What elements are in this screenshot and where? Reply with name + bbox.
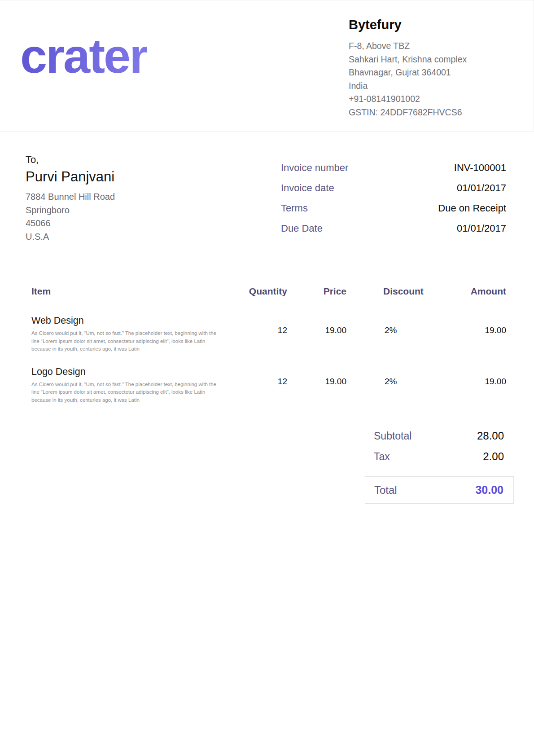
column-header-quantity: Quantity [236,286,287,297]
totals-section: Subtotal 28.00 Tax 2.00 Total 30.00 [365,430,514,504]
total-label: Total [374,484,397,497]
bill-to-address-line: U.S.A [26,230,115,244]
item-amount: 19.00 [434,314,506,353]
items-table: Item Quantity Price Discount Amount Web … [0,286,534,404]
item-cell: Logo Design As Cicero would put it, “Um,… [31,365,236,404]
terms-row: Terms Due on Receipt [281,202,506,223]
item-price: 19.00 [287,314,346,353]
company-address-line: F-8, Above TBZ [349,40,506,53]
subtotal-value: 28.00 [477,430,504,442]
invoice-page: crater Bytefury F-8, Above TBZ Sahkari H… [0,0,534,756]
terms-label: Terms [281,202,308,214]
invoice-meta: Invoice number INV-100001 Invoice date 0… [281,162,506,243]
company-info: Bytefury F-8, Above TBZ Sahkari Hart, Kr… [349,17,506,119]
column-header-discount: Discount [346,286,434,297]
invoice-number-label: Invoice number [281,162,348,174]
table-row: Web Design As Cicero would put it, “Um, … [31,314,506,353]
due-date-value: 01/01/2017 [457,223,506,234]
due-date-label: Due Date [281,223,323,234]
invoice-date-row: Invoice date 01/01/2017 [281,182,506,202]
item-discount: 2% [346,314,434,353]
item-discount: 2% [346,365,434,404]
invoice-date-value: 01/01/2017 [457,182,506,194]
bill-to-address-line: 45066 [26,217,115,230]
company-address-line: Sahkari Hart, Krishna complex [349,53,506,66]
items-table-header: Item Quantity Price Discount Amount [31,286,506,297]
invoice-date-label: Invoice date [281,182,334,194]
invoice-number-row: Invoice number INV-100001 [281,162,506,182]
company-gstin: GSTIN: 24DDF7682FHVCS6 [349,106,506,119]
subtotal-label: Subtotal [374,430,411,442]
bill-to-intro: To, [26,153,115,167]
column-header-item: Item [31,286,236,297]
item-name: Web Design [31,314,236,327]
item-quantity: 12 [236,314,287,353]
tax-row: Tax 2.00 [365,450,514,471]
company-address-line: India [349,79,506,93]
terms-value: Due on Receipt [438,202,506,214]
item-price: 19.00 [287,365,346,404]
subtotal-row: Subtotal 28.00 [365,430,514,450]
item-name: Logo Design [31,365,236,378]
invoice-number-value: INV-100001 [454,162,506,174]
item-quantity: 12 [236,365,287,404]
due-date-row: Due Date 01/01/2017 [281,223,506,243]
bill-to-block: To, Purvi Panjvani 7884 Bunnel Hill Road… [26,153,115,243]
company-phone: +91-08141901002 [349,92,506,106]
item-cell: Web Design As Cicero would put it, “Um, … [31,314,236,353]
column-header-amount: Amount [434,286,506,297]
total-box: Total 30.00 [365,476,514,504]
parties-section: To, Purvi Panjvani 7884 Bunnel Hill Road… [0,132,534,243]
company-name: Bytefury [349,18,506,32]
table-row: Logo Design As Cicero would put it, “Um,… [31,365,506,404]
bill-to-address-line: 7884 Bunnel Hill Road [26,190,115,204]
item-amount: 19.00 [434,365,506,404]
item-description: As Cicero would put it, “Um, not so fast… [31,381,220,404]
item-description: As Cicero would put it, “Um, not so fast… [31,330,220,353]
crater-logo: crater [20,32,147,80]
column-header-price: Price [287,286,346,297]
tax-value: 2.00 [483,450,504,463]
invoice-header: crater Bytefury F-8, Above TBZ Sahkari H… [0,0,534,132]
tax-label: Tax [374,451,390,463]
bill-to-address-line: Springboro [26,204,115,217]
total-value: 30.00 [475,483,503,497]
bill-to-name: Purvi Panjvani [26,169,115,185]
company-address-line: Bhavnagar, Gujrat 364001 [349,66,506,79]
table-footer-divider [27,416,506,416]
